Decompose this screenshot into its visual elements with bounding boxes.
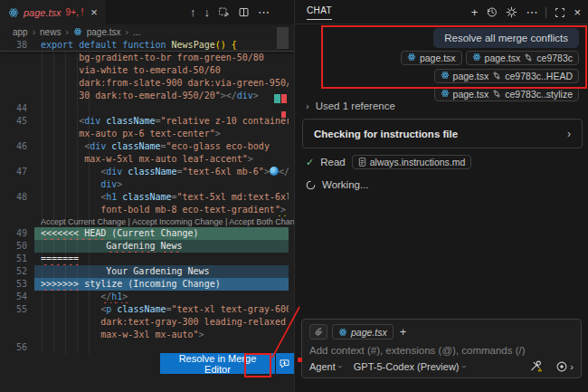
more-icon[interactable]: ⋯	[526, 6, 537, 18]
chevron-down-icon: ›	[459, 365, 468, 368]
tab-filename: page.tsx	[24, 7, 62, 18]
attachment-chip[interactable]: page.tsx	[401, 51, 462, 65]
code-line-53: 53>>>>>>> stylize (Incoming Change)	[0, 278, 294, 291]
breadcrumb-app[interactable]: app	[13, 27, 28, 37]
used-references-toggle[interactable]: › Used 1 reference	[306, 100, 395, 111]
react-icon	[338, 328, 347, 337]
read-file-chip[interactable]: always.instructions.md	[352, 155, 472, 169]
navigate-down-icon[interactable]: ↓	[204, 6, 211, 18]
line-number: 55	[0, 303, 34, 316]
model-dropdown[interactable]: GPT-5-Codex (Preview) ›	[354, 361, 465, 372]
code-line-wrap: div>	[0, 178, 294, 191]
overview-ruler-modified-mark	[274, 94, 280, 103]
chevron-right-icon: ›	[65, 27, 68, 37]
code-editor[interactable]: 38export default function NewsPage() { b…	[0, 39, 294, 354]
codelens-accept-current-change[interactable]: Accept Current Change	[41, 217, 126, 226]
line-number	[0, 90, 34, 102]
line-number: 38	[0, 39, 34, 51]
paperclip-icon[interactable]	[309, 324, 327, 339]
user-message-bubble: Resolve all merge conflicts	[433, 28, 579, 48]
attachment-chip[interactable]: page.tsxce9783c..HEAD	[434, 69, 579, 83]
new-chat-icon[interactable]: +	[471, 6, 479, 18]
attachment-chips: page.tsxpage.tsxce9783cpage.tsxce9783c..…	[315, 51, 579, 101]
line-number: 54	[0, 291, 34, 303]
screen-full-icon[interactable]	[555, 7, 565, 18]
model-label: GPT-5-Codex (Preview)	[354, 361, 460, 372]
split-editor-icon[interactable]	[238, 6, 250, 18]
git-compare-icon	[492, 89, 501, 100]
breadcrumb-file[interactable]: page.tsx	[87, 27, 121, 37]
chevron-right-icon: ›	[33, 27, 35, 37]
merge-codelens: Accept Current Change | Accept Incoming …	[0, 216, 294, 227]
comment-plus-icon[interactable]	[276, 353, 294, 374]
context-chip-page-tsx[interactable]: page.tsx	[332, 324, 394, 339]
line-number	[0, 153, 34, 166]
code-line-wrap: dark:from-slate-900 dark:via-green-950/	[0, 77, 294, 90]
line-content: <h1 className="text-5xl md:text-6xl	[34, 191, 289, 204]
chevron-right-icon: ›	[567, 128, 571, 140]
react-icon	[8, 7, 19, 18]
add-context-icon[interactable]: +	[400, 325, 407, 339]
line-content: Your Gardening News	[34, 265, 289, 278]
breadcrumb[interactable]: app › news › page.tsx › ...	[0, 24, 294, 39]
line-number: 47	[0, 166, 34, 178]
attachment-chip[interactable]: page.tsxce9783c	[466, 51, 579, 65]
react-icon	[73, 27, 82, 36]
code-line-50: 50 Gardening News	[0, 240, 294, 253]
line-content: <p className="text-xl text-gray-600	[34, 303, 289, 316]
chevron-down-icon: ›	[335, 365, 344, 368]
editor-pane: page.tsx 9+, ! × ↑ ↓ ⋯ app › news › page…	[0, 0, 294, 392]
codelens-accept-incoming-change[interactable]: Accept Incoming Change	[132, 217, 223, 226]
tools-warning-icon[interactable]	[529, 359, 543, 373]
code-line-wrap: mx-auto px-6 text-center">	[0, 128, 294, 140]
line-content: via-white to-emerald-50/60	[34, 64, 289, 77]
line-number: 46	[0, 140, 34, 153]
overview-ruler-error-mark	[281, 111, 286, 118]
context-chip-label: page.tsx	[351, 327, 387, 338]
line-content: mx-auto px-6 text-center">	[34, 128, 289, 140]
read-label: Read	[320, 157, 346, 167]
breadcrumb-symbol[interactable]: ...	[133, 27, 140, 37]
scrollbar-thumb[interactable]	[277, 27, 289, 49]
open-changes-icon[interactable]	[218, 6, 230, 18]
send-button[interactable]: ›	[555, 360, 574, 373]
chevron-down-icon: ›	[570, 361, 574, 372]
line-content: <div className="eco-glass eco-body	[34, 140, 289, 153]
code-line-wrap: max-w-3xl mx-auto">	[0, 329, 294, 341]
attachment-chip[interactable]: page.tsxce9783c..stylize	[434, 87, 579, 101]
used-references-label: Used 1 reference	[316, 100, 395, 111]
chevron-right-icon: ›	[126, 27, 128, 37]
line-number	[0, 77, 34, 90]
tool-status-box[interactable]: Checking for instructions file ›	[302, 119, 583, 148]
history-icon[interactable]	[486, 6, 498, 18]
line-content: Gardening News	[34, 240, 289, 253]
working-label: Working...	[322, 179, 369, 190]
code-line-56: 56	[0, 341, 294, 354]
line-number: 49	[0, 227, 34, 240]
resolve-in-merge-editor-button[interactable]: Resolve in Merge Editor	[160, 353, 275, 374]
gear-icon[interactable]	[506, 6, 517, 18]
agent-mode-dropdown[interactable]: Agent ›	[309, 361, 341, 372]
tab-chat[interactable]: CHAT	[307, 5, 332, 20]
check-icon: ✓	[306, 157, 314, 168]
chat-title-bar: CHAT + ⋯ ×	[295, 0, 588, 24]
line-number: 51	[0, 253, 34, 265]
chat-panel: CHAT + ⋯ × Resolve all merge conflicts p…	[294, 0, 588, 392]
react-icon	[472, 53, 481, 63]
navigate-up-icon[interactable]: ↑	[190, 6, 196, 18]
close-icon[interactable]: ×	[90, 6, 98, 18]
breadcrumb-news[interactable]: news	[40, 27, 61, 37]
react-icon	[441, 71, 450, 81]
line-content: <div className="text-6xl mb-6"></	[34, 166, 289, 178]
chat-input-placeholder[interactable]: Add context (#), extensions (@), command…	[309, 345, 574, 356]
more-actions-icon[interactable]: ⋯	[258, 6, 270, 18]
react-icon	[407, 53, 416, 63]
tab-page-tsx[interactable]: page.tsx 9+, ! ×	[0, 0, 107, 24]
code-line-48: 48 <h1 className="text-5xl md:text-6xl	[0, 191, 294, 204]
close-icon[interactable]: ×	[574, 6, 581, 18]
line-number: 53	[0, 278, 34, 291]
line-content: =======	[34, 253, 289, 265]
code-line-wrap: max-w-5xl mx-auto leaf-accent">	[0, 153, 294, 166]
chat-input-box[interactable]: page.tsx + Add context (#), extensions (…	[301, 319, 582, 378]
code-line-45: 45 <div className="relative z-10 contain…	[0, 115, 294, 128]
